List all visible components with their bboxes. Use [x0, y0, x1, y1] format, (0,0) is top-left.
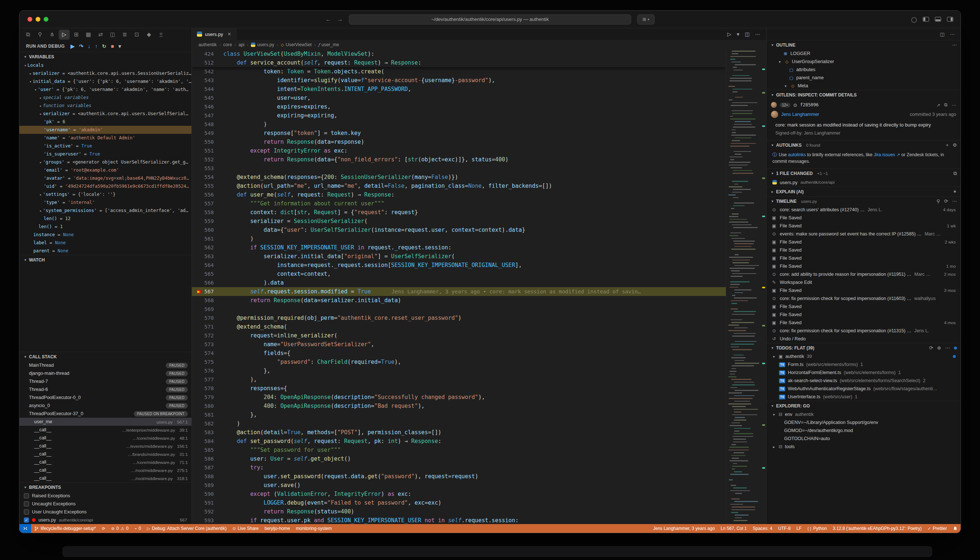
- variable-row[interactable]: ▸serializer = <authentik.core.api.users.…: [20, 110, 192, 118]
- language-mode-item[interactable]: { }Python: [805, 524, 830, 533]
- variable-row[interactable]: 'avatar' = 'data:image/svg+xml;base64,PH…: [20, 174, 192, 182]
- line-number[interactable]: 553: [192, 164, 223, 173]
- line-number[interactable]: 579: [192, 393, 223, 402]
- line-number[interactable]: 552: [192, 155, 223, 164]
- eol-item[interactable]: LF: [794, 524, 805, 533]
- code-line[interactable]: 547 expiring=expiring,: [192, 111, 726, 120]
- line-number[interactable]: 546: [192, 102, 223, 111]
- variable-row[interactable]: ▸function variables: [20, 102, 192, 110]
- overview-ruler[interactable]: [761, 50, 766, 524]
- variable-row[interactable]: ▸'groups' = <generator object UserSelfSe…: [20, 158, 192, 166]
- outline-item[interactable]: ⊞LOGGER: [767, 50, 960, 58]
- code-line[interactable]: 588 user.set_password(request.data.get("…: [192, 472, 726, 481]
- variable-row[interactable]: 'name' = 'authentik Default Admin': [20, 134, 192, 142]
- breakpoint-checkbox[interactable]: [24, 493, 29, 498]
- callstack-thread-row[interactable]: asyncio_0PAUSED: [20, 402, 192, 410]
- split-editor-button[interactable]: ◫: [745, 31, 750, 37]
- callstack-frame-row[interactable]: __call__…/root/middleware.py318:1: [20, 474, 192, 482]
- twistie-icon[interactable]: ▾: [33, 86, 38, 93]
- timeline-item[interactable]: ↺Undo / Redo: [767, 335, 960, 343]
- variable-row[interactable]: instance = None: [20, 231, 192, 239]
- variable-row[interactable]: 'username' = 'akadmin': [20, 126, 192, 134]
- line-number[interactable]: 557: [192, 199, 223, 208]
- history-back-icon[interactable]: ←: [325, 16, 331, 23]
- twistie-icon[interactable]: ▸: [38, 191, 43, 198]
- line-number[interactable]: 593: [192, 516, 223, 524]
- continue-button[interactable]: ▶: [70, 43, 75, 49]
- testing-icon[interactable]: ▦: [83, 30, 94, 40]
- variable-row[interactable]: 'email' = 'root@example.com': [20, 166, 192, 174]
- go-env-row[interactable]: ▸⊟tools: [767, 443, 960, 451]
- code-line[interactable]: 512 def service_account(self, request: R…: [192, 58, 726, 67]
- variable-row[interactable]: 'is_superuser' = True: [20, 150, 192, 158]
- twistie-icon[interactable]: ▸: [772, 445, 776, 449]
- code-line[interactable]: 577 ),: [192, 375, 726, 384]
- breakpoint-checkbox[interactable]: [24, 501, 29, 507]
- line-number[interactable]: 542: [192, 67, 223, 76]
- callstack-frame-row[interactable]: user_meusers.py567:1: [20, 418, 192, 426]
- file-changed-section-header[interactable]: ▾ 1 FILE CHANGED +1 ~1 ⧉: [767, 168, 960, 178]
- filter-icon[interactable]: ⚲: [937, 198, 940, 204]
- line-number[interactable]: 551: [192, 146, 223, 155]
- line-number[interactable]: 556: [192, 190, 223, 199]
- code-line[interactable]: 585 """Set password for user""": [192, 446, 726, 454]
- code-line[interactable]: 542 token: Token = Token.objects.create(: [192, 67, 726, 76]
- line-number[interactable]: 555: [192, 182, 223, 190]
- copy-sha-icon[interactable]: ⧉: [945, 102, 948, 108]
- line-number[interactable]: 558: [192, 208, 223, 217]
- variable-row[interactable]: parent = None: [20, 247, 192, 255]
- minimize-window-button[interactable]: [35, 17, 40, 22]
- go-env-row[interactable]: GOENV=~/Library/Application Support/go/e…: [767, 418, 960, 427]
- chevron-down-icon[interactable]: ▾: [23, 55, 28, 59]
- layout-control-button[interactable]: ⊞▾: [637, 14, 655, 25]
- breadcrumb-item[interactable]: core: [223, 42, 232, 47]
- line-number[interactable]: 572: [192, 331, 223, 340]
- callstack-thread-row[interactable]: Thread-6PAUSED: [20, 385, 192, 393]
- todos-section-header[interactable]: ▾ TODOS: FLAT (39) ⟳ ⊕ ⋯: [767, 343, 960, 352]
- history-forward-icon[interactable]: →: [337, 16, 343, 23]
- explorer-icon[interactable]: ⧉: [22, 30, 33, 40]
- timeline-item[interactable]: ⊙core: search users' attributes (#12740)…: [767, 206, 960, 214]
- callstack-frame-row[interactable]: __call__…/core/middleware.py71:1: [20, 458, 192, 466]
- line-number[interactable]: 590: [192, 490, 223, 498]
- variable-row[interactable]: ▾initial_data = {'user': {'pk': 6, 'user…: [20, 77, 192, 85]
- outline-item[interactable]: ▾◇Meta: [767, 82, 960, 90]
- line-number[interactable]: 574: [192, 349, 223, 358]
- code-line[interactable]: 584 def set_password(self, request: Requ…: [192, 437, 726, 446]
- author-link[interactable]: Jens Langhammer: [781, 112, 819, 117]
- line-number[interactable]: 560: [192, 225, 223, 234]
- line-number[interactable]: 583: [192, 428, 223, 437]
- line-number[interactable]: 578: [192, 384, 223, 393]
- variable-row[interactable]: 'uid' = '49d24724dfa590a20fb5961e9c6673c…: [20, 182, 192, 190]
- gitlens-inspect-section-header[interactable]: ▾ GITLENS: INSPECT: COMMIT DETAILS: [767, 90, 960, 99]
- command-center[interactable]: ~/dev/authentik/authentik/core/api/users…: [349, 14, 631, 25]
- expand-icon[interactable]: ⊕: [937, 345, 941, 351]
- stop-button[interactable]: ■: [111, 43, 114, 49]
- chevron-down-icon[interactable]: ▾: [770, 93, 775, 97]
- variable-row[interactable]: ▸'system_permissions' = ['access_admin_i…: [20, 207, 192, 215]
- variable-row[interactable]: label = None: [20, 239, 192, 247]
- code-line[interactable]: 552 return Response(data={"non_field_err…: [192, 155, 726, 164]
- code-line[interactable]: 583 @action(detail=True, methods=["POST"…: [192, 428, 726, 437]
- twistie-icon[interactable]: ▾: [23, 62, 28, 69]
- breakpoint-row[interactable]: User Uncaught Exceptions: [20, 508, 192, 516]
- code-line[interactable]: 550 return Response(data=response): [192, 138, 726, 146]
- callstack-thread-row[interactable]: ThreadPoolExecutor-37_0PAUSED ON BREAKPO…: [20, 410, 192, 418]
- chevron-down-icon[interactable]: ▾: [770, 43, 775, 47]
- line-number[interactable]: 547: [192, 111, 223, 120]
- line-number[interactable]: 576: [192, 367, 223, 375]
- code-line[interactable]: 579 204: OpenApiResponse(description="Su…: [192, 393, 726, 402]
- cursor-position-item[interactable]: Ln 567, Col 1: [718, 524, 750, 533]
- commit-sha[interactable]: f285096: [800, 102, 818, 107]
- timeline-item[interactable]: ▣File Saved: [767, 214, 960, 222]
- twistie-icon[interactable]: ▾: [772, 355, 776, 359]
- prettier-item[interactable]: ✓Prettier: [925, 524, 950, 533]
- line-number[interactable]: 571: [192, 322, 223, 331]
- notifications-bell[interactable]: [950, 524, 960, 533]
- line-number[interactable]: 577: [192, 375, 223, 384]
- callstack-frame-row[interactable]: __call__…/enterprise/middleware.py39:1: [20, 426, 192, 434]
- variables-section-header[interactable]: ▾ VARIABLES: [20, 52, 192, 61]
- python-interpreter-item[interactable]: 3.12.8 ('authentik-xEAhpGPh-py3.12': Poe…: [830, 524, 925, 533]
- code-line[interactable]: 548 ): [192, 120, 726, 129]
- call-stack-section-header[interactable]: ▾ CALL STACK: [20, 352, 192, 361]
